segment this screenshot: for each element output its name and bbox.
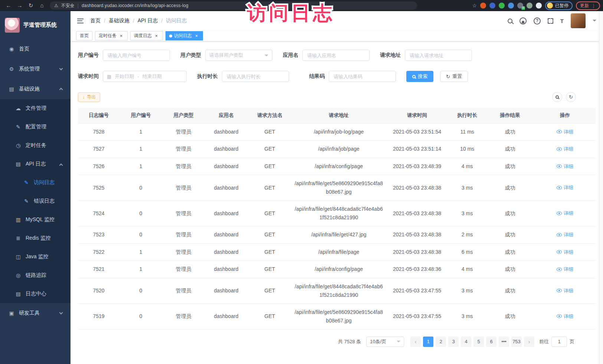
- detail-link[interactable]: 详细: [557, 162, 573, 171]
- page-size-select[interactable]: 10条/页: [366, 337, 404, 347]
- fullscreen-icon[interactable]: [548, 18, 553, 24]
- paused-badge[interactable]: 已暂停: [545, 1, 573, 10]
- page-number-button[interactable]: 1: [423, 337, 433, 347]
- page-number-button[interactable]: 3: [448, 337, 459, 347]
- sidebar-item[interactable]: ◉首页: [0, 39, 71, 59]
- next-page-button[interactable]: ›: [524, 337, 534, 347]
- sidebar-item[interactable]: ▥MySQL 监控: [0, 210, 71, 229]
- reset-button[interactable]: ↻ 重置: [440, 71, 468, 82]
- sidebar-item[interactable]: ◎链路追踪: [0, 266, 71, 285]
- sidebar-item[interactable]: ▣研发工具: [0, 303, 71, 323]
- sidebar-item[interactable]: ◷定时任务: [0, 136, 71, 155]
- extension-blue-shield-icon[interactable]: [489, 3, 495, 9]
- user-type-select[interactable]: 请选择用户类型: [205, 50, 272, 61]
- sidebar-item[interactable]: ▤日志中心: [0, 285, 71, 303]
- user-id-input[interactable]: [103, 50, 170, 61]
- page-number-button[interactable]: 6: [486, 337, 497, 347]
- eye-icon: [557, 289, 562, 292]
- detail-link[interactable]: 详细: [557, 286, 573, 295]
- cell: 7528: [78, 123, 119, 141]
- goto-page-input[interactable]: [551, 337, 567, 347]
- logo-image: [5, 18, 20, 33]
- home-icon[interactable]: ⌂: [36, 0, 47, 11]
- show-search-toggle-button[interactable]: [552, 92, 562, 102]
- sidebar-item[interactable]: ☁文件管理: [0, 99, 71, 118]
- caret-down-icon[interactable]: [593, 20, 596, 23]
- tab[interactable]: 访问日志×: [166, 31, 203, 40]
- detail-link[interactable]: 详细: [557, 248, 573, 256]
- forward-icon[interactable]: →: [14, 0, 25, 11]
- export-button[interactable]: ↓ 导出: [78, 92, 100, 102]
- detail-link[interactable]: 详细: [557, 312, 573, 321]
- page-number-button[interactable]: 753: [511, 337, 522, 347]
- help-icon[interactable]: ?: [534, 17, 541, 24]
- extension-ghost-icon[interactable]: [527, 3, 532, 9]
- page-number-button[interactable]: 4: [461, 337, 471, 347]
- avatar[interactable]: [571, 13, 586, 28]
- cell: 7519: [78, 304, 119, 329]
- search-button[interactable]: 搜索: [406, 71, 433, 82]
- result-code-input[interactable]: [329, 71, 396, 82]
- address-bar[interactable]: ⚠ 不安全 | dashboard.yudao.iocoder.cn/infra…: [50, 1, 417, 10]
- page-number-button[interactable]: 2: [436, 337, 446, 347]
- detail-link[interactable]: 详细: [557, 265, 573, 273]
- cell: 7527: [78, 141, 119, 158]
- app-logo[interactable]: 芋道管理系统: [0, 11, 71, 39]
- extension-orange-ring-icon[interactable]: [480, 3, 486, 9]
- detail-link[interactable]: 详细: [557, 230, 573, 239]
- request-url-input[interactable]: [405, 50, 472, 61]
- reload-icon[interactable]: ↻: [25, 0, 36, 11]
- cell: 管理员: [162, 201, 205, 226]
- detail-link[interactable]: 详细: [557, 209, 573, 217]
- hamburger-icon[interactable]: [77, 19, 83, 23]
- github-icon[interactable]: [520, 17, 527, 24]
- font-size-icon[interactable]: T: [560, 18, 564, 24]
- access-log-icon: ✎: [23, 180, 30, 186]
- divider: |: [78, 3, 79, 8]
- tab[interactable]: 首页: [76, 31, 92, 40]
- sidebar-item[interactable]: ✎配置管理: [0, 118, 71, 136]
- search-icon[interactable]: [508, 19, 512, 23]
- detail-link[interactable]: 详细: [557, 145, 573, 153]
- date-range-picker[interactable]: ▦ 开始日期 - 结束日期: [103, 71, 187, 82]
- page-number-button[interactable]: 5: [473, 337, 484, 347]
- sidebar-item[interactable]: ✎错误日志: [0, 192, 71, 210]
- request-url-label: 请求地址: [380, 52, 401, 59]
- extension-pinwheel-icon[interactable]: [536, 3, 542, 9]
- date-separator: -: [137, 74, 139, 79]
- breadcrumb-item[interactable]: 基础设施: [109, 17, 130, 24]
- sidebar-item[interactable]: ▤API 日志: [0, 155, 71, 173]
- prev-page-button[interactable]: ‹: [410, 337, 421, 347]
- extension-green-circle-icon[interactable]: [499, 3, 505, 9]
- cell: 管理员: [162, 304, 205, 329]
- refresh-table-button[interactable]: ↻: [566, 92, 576, 102]
- sidebar-item[interactable]: ◫Java 监控: [0, 247, 71, 266]
- cell: 7521: [78, 261, 119, 278]
- duration-input[interactable]: [222, 71, 289, 82]
- more-pages-icon[interactable]: •••: [499, 337, 509, 347]
- detail-link[interactable]: 详细: [557, 183, 573, 192]
- sidebar-item[interactable]: ✎访问日志: [0, 173, 71, 192]
- close-icon[interactable]: ×: [118, 33, 124, 39]
- bookmark-star-icon[interactable]: ☆: [472, 3, 477, 9]
- breadcrumb-item[interactable]: API 日志: [138, 17, 158, 24]
- sidebar-item[interactable]: ≣Redis 监控: [0, 229, 71, 247]
- close-icon[interactable]: ×: [194, 33, 199, 39]
- kebab-menu-icon[interactable]: ⋮: [591, 3, 596, 9]
- cell: 6 ms: [449, 243, 486, 261]
- update-button[interactable]: 更新 ⋮: [576, 1, 600, 10]
- sidebar-item[interactable]: ⚙系统管理: [0, 59, 71, 79]
- sidebar-item-label: 错误日志: [34, 198, 55, 204]
- tab[interactable]: 调度日志×: [130, 31, 163, 40]
- breadcrumb-item[interactable]: 首页: [90, 17, 101, 24]
- browser-scrollbar[interactable]: [599, 11, 603, 364]
- close-icon[interactable]: ×: [154, 33, 159, 39]
- sidebar-item[interactable]: ▤基础设施: [0, 79, 71, 99]
- tab[interactable]: 定时任务×: [95, 31, 128, 40]
- detail-link[interactable]: 详细: [557, 128, 573, 136]
- extension-list-icon[interactable]: 萌: [517, 3, 523, 9]
- app-name-input[interactable]: [302, 50, 370, 61]
- goto-unit-label: 页: [570, 338, 574, 345]
- back-icon[interactable]: ←: [3, 0, 14, 11]
- extension-grid-icon[interactable]: [508, 3, 514, 9]
